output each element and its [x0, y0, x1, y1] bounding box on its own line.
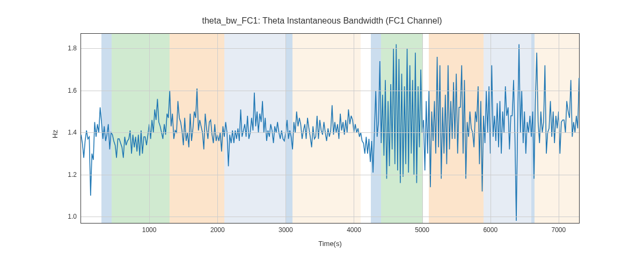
gridline: [422, 34, 423, 223]
x-tick-label: 6000: [483, 226, 497, 234]
gridline: [81, 217, 579, 217]
gridline: [149, 34, 150, 223]
gridline: [559, 34, 559, 223]
y-tick-label: 1.0: [68, 213, 77, 220]
gridline: [491, 34, 491, 223]
x-tick-label: 1000: [142, 226, 157, 234]
gridline: [286, 34, 286, 223]
plot-area: 1.01.21.41.61.81000200030004000500060007…: [80, 33, 580, 224]
y-tick-label: 1.4: [68, 129, 77, 136]
x-axis-label: Time(s): [80, 240, 580, 248]
chart-title: theta_bw_FC1: Theta Instantaneous Bandwi…: [0, 16, 644, 26]
y-tick-label: 1.2: [68, 171, 77, 178]
y-tick-label: 1.8: [68, 44, 77, 52]
x-tick-label: 7000: [552, 226, 566, 234]
gridline: [81, 91, 579, 91]
x-tick-label: 3000: [279, 226, 293, 234]
gridline: [217, 34, 218, 223]
y-tick-label: 1.6: [68, 87, 77, 94]
figure: theta_bw_FC1: Theta Instantaneous Bandwi…: [0, 0, 644, 268]
line-series: [81, 34, 579, 223]
x-tick-label: 4000: [347, 226, 361, 234]
gridline: [81, 175, 579, 175]
gridline: [81, 132, 579, 133]
x-tick-label: 5000: [415, 226, 429, 234]
x-tick-label: 2000: [210, 226, 225, 234]
gridline: [354, 34, 354, 223]
gridline: [81, 48, 579, 49]
y-axis-label: Hz: [51, 130, 59, 138]
